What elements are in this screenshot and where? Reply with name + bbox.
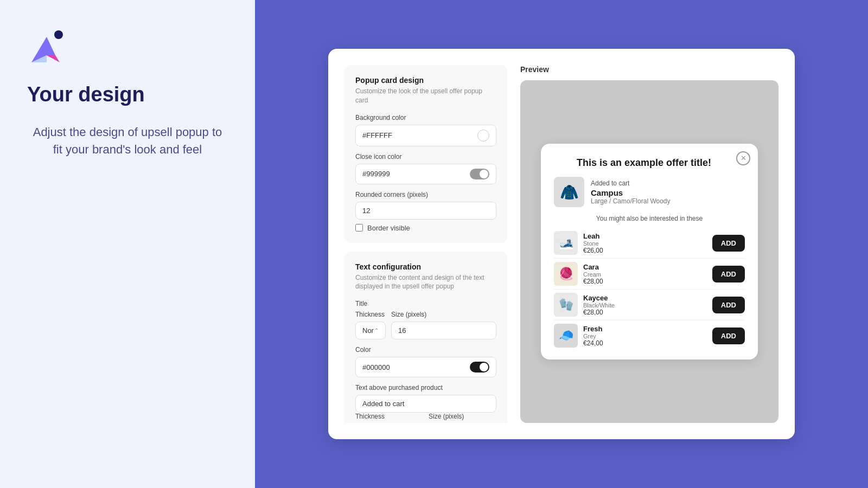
- svg-point-0: [54, 30, 63, 39]
- size-input[interactable]: [398, 326, 489, 335]
- page-description: Adjust the design of upsell popup to fit…: [27, 124, 228, 158]
- upsell-item-1: 🧶 Cara Cream €28,00 ADD: [554, 259, 745, 290]
- close-icon-color-label: Close icon color: [355, 153, 496, 160]
- logo-icon: [27, 27, 66, 66]
- size-label: Size (pixels): [391, 311, 496, 318]
- add-button-2[interactable]: ADD: [712, 297, 745, 313]
- bg-color-input[interactable]: [362, 131, 473, 139]
- add-button-1[interactable]: ADD: [712, 266, 745, 282]
- upsell-name-1: Cara: [583, 263, 707, 271]
- color-label: Color: [355, 346, 496, 354]
- main-card: Popup card design Customize the look of …: [328, 49, 795, 439]
- color-toggle[interactable]: [470, 362, 489, 373]
- size-col: Size (pixels): [391, 311, 496, 339]
- upsell-info-2: Kaycee Black/White €28,00: [583, 294, 707, 316]
- main-product-info: Added to cart Campus Large / Camo/Floral…: [591, 179, 671, 205]
- text-above-label: Text above purchased product: [355, 384, 496, 391]
- text-above-thickness-size-row: Thickness Size (pixels): [355, 413, 496, 423]
- svg-marker-2: [47, 55, 60, 62]
- thickness-label: Thickness: [355, 311, 386, 318]
- added-to-cart-section: 🧥 Added to cart Campus Large / Camo/Flor…: [554, 177, 745, 207]
- upsell-img-1: 🧶: [554, 262, 578, 286]
- left-panel: Your design Adjust the design of upsell …: [0, 0, 255, 488]
- close-icon-color-input-row[interactable]: [355, 164, 496, 184]
- popup-card-design-block: Popup card design Customize the look of …: [344, 65, 507, 243]
- bg-color-label: Background color: [355, 114, 496, 121]
- upsell-name-3: Fresh: [583, 325, 707, 333]
- upsell-price-2: €28,00: [583, 309, 707, 316]
- upsell-item-2: 🧤 Kaycee Black/White €28,00 ADD: [554, 290, 745, 320]
- color-input[interactable]: [362, 363, 465, 371]
- upsell-item-3: 🧢 Fresh Grey €24,00 ADD: [554, 320, 745, 351]
- upsell-price-0: €26,00: [583, 247, 707, 254]
- upsell-info-1: Cara Cream €28,00: [583, 263, 707, 285]
- text-above-input[interactable]: [362, 400, 489, 408]
- select-arrow-icon: ⌃: [374, 328, 379, 333]
- thickness-select[interactable]: Normal Bold Light: [362, 326, 374, 335]
- thickness-col: Thickness Normal Bold Light ⌃: [355, 311, 386, 339]
- title-thickness-size-row: Thickness Normal Bold Light ⌃ Size (pixe…: [355, 311, 496, 339]
- upsell-img-2: 🧤: [554, 293, 578, 317]
- preview-label: Preview: [520, 65, 778, 74]
- title-section-label: Title: [355, 300, 496, 307]
- preview-section: Preview ✕ This is an example offer title…: [520, 65, 778, 423]
- close-icon-color-input[interactable]: [362, 170, 465, 178]
- popup-close-button[interactable]: ✕: [736, 151, 750, 165]
- upsell-info-3: Fresh Grey €24,00: [583, 325, 707, 347]
- upsell-variant-0: Stone: [583, 240, 707, 247]
- bg-color-swatch: [477, 130, 489, 142]
- upsell-name-0: Leah: [583, 232, 707, 240]
- main-product-image: 🧥: [554, 177, 584, 207]
- text-above-size-label: Size (pixels): [429, 413, 496, 420]
- bg-color-input-row[interactable]: [355, 125, 496, 146]
- popup-card-design-title: Popup card design: [355, 76, 496, 85]
- add-button-0[interactable]: ADD: [712, 235, 745, 252]
- color-input-row[interactable]: [355, 357, 496, 377]
- upsell-price-1: €28,00: [583, 278, 707, 285]
- upsell-img-3: 🧢: [554, 324, 578, 348]
- border-visible-label: Border visible: [367, 224, 410, 232]
- main-product-variant: Large / Camo/Floral Woody: [591, 197, 671, 205]
- popup-offer-title: This is an example offer title!: [554, 157, 745, 169]
- main-product-name: Campus: [591, 188, 671, 197]
- upsell-variant-3: Grey: [583, 333, 707, 339]
- upsell-name-2: Kaycee: [583, 294, 707, 302]
- close-icon-color-toggle[interactable]: [470, 169, 489, 179]
- text-above-input-row[interactable]: [355, 395, 496, 413]
- also-interested-label: You might also be interested in these: [554, 215, 745, 222]
- upsell-price-3: €24,00: [583, 339, 707, 347]
- upsell-item-0: 🎿 Leah Stone €26,00 ADD: [554, 228, 745, 259]
- rounded-corners-label: Rounded corners (pixels): [355, 191, 496, 198]
- text-above-size-col: Size (pixels): [429, 413, 496, 423]
- add-button-3[interactable]: ADD: [712, 328, 745, 344]
- config-section: Popup card design Customize the look of …: [344, 65, 507, 423]
- upsell-variant-2: Black/White: [583, 302, 707, 309]
- page-title: Your design: [27, 84, 228, 106]
- close-icon: ✕: [741, 154, 746, 162]
- text-config-desc: Customize the content and design of the …: [355, 273, 496, 292]
- preview-background: ✕ This is an example offer title! 🧥 Adde…: [520, 80, 778, 423]
- upsell-variant-1: Cream: [583, 271, 707, 278]
- right-panel: Popup card design Customize the look of …: [255, 0, 868, 488]
- upsell-info-0: Leah Stone €26,00: [583, 232, 707, 254]
- size-input-row[interactable]: [391, 322, 496, 339]
- popup-card: ✕ This is an example offer title! 🧥 Adde…: [541, 144, 758, 359]
- popup-card-design-desc: Customize the look of the upsell offer p…: [355, 87, 496, 105]
- thickness-select-wrap[interactable]: Normal Bold Light ⌃: [355, 322, 386, 339]
- added-to-cart-label: Added to cart: [591, 179, 671, 187]
- border-visible-checkbox[interactable]: [355, 224, 363, 232]
- rounded-corners-input-row[interactable]: [355, 202, 496, 220]
- text-config-title: Text configuration: [355, 262, 496, 271]
- text-config-block: Text configuration Customize the content…: [344, 252, 507, 423]
- upsell-img-0: 🎿: [554, 231, 578, 255]
- rounded-corners-input[interactable]: [362, 207, 489, 215]
- text-above-thickness-label: Thickness: [355, 413, 423, 420]
- border-visible-row[interactable]: Border visible: [355, 224, 496, 232]
- text-above-thickness-col: Thickness: [355, 413, 423, 423]
